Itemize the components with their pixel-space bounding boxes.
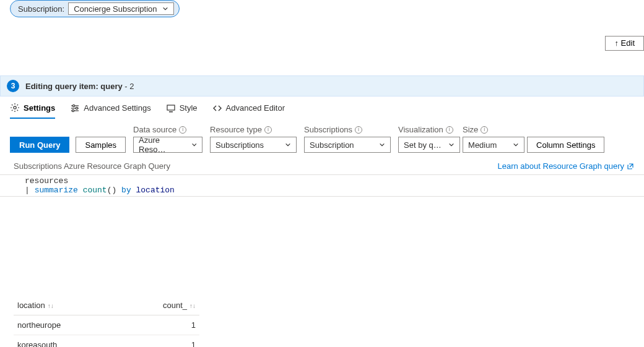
chevron-down-icon — [379, 142, 385, 148]
visualization-label: Visualization i — [398, 125, 455, 134]
chevron-down-icon — [513, 142, 519, 148]
external-link-icon — [627, 163, 634, 170]
tab-style[interactable]: Style — [166, 103, 198, 118]
chevron-down-icon — [191, 142, 197, 148]
column-settings-button[interactable]: Column Settings — [527, 137, 604, 153]
size-label: Size i — [463, 125, 520, 134]
style-icon — [166, 103, 176, 113]
code-line-2: | summarize count() by location — [6, 186, 644, 195]
table-row[interactable]: koreasouth 1 — [14, 335, 199, 348]
sort-icon: ↑↓ — [189, 302, 196, 309]
info-icon[interactable]: i — [264, 126, 272, 134]
col-header-location[interactable]: location↑↓ — [14, 296, 117, 315]
run-query-label: Run Query — [19, 140, 60, 150]
svg-point-0 — [14, 106, 16, 109]
data-source-label: Data source i — [133, 125, 202, 134]
svg-rect-8 — [169, 111, 173, 113]
info-icon[interactable]: i — [355, 126, 362, 134]
run-query-button[interactable]: Run Query — [10, 137, 69, 153]
chevron-down-icon — [285, 142, 291, 148]
resource-type-dropdown[interactable]: Subscriptions — [210, 137, 297, 153]
query-editor[interactable]: resources | summarize count() by locatio… — [0, 174, 644, 197]
cell-count: 1 — [117, 315, 199, 335]
subscriptions-dropdown[interactable]: Subscription — [304, 137, 391, 153]
subscription-select[interactable]: Concierge Subscription — [68, 2, 173, 15]
svg-rect-7 — [167, 105, 175, 110]
tab-advanced-settings-label: Advanced Settings — [84, 103, 150, 113]
tab-advanced-editor-label: Advanced Editor — [226, 103, 285, 113]
size-dropdown[interactable]: Medium — [463, 137, 524, 153]
step-number-badge: 3 — [7, 80, 19, 92]
column-settings-label: Column Settings — [536, 140, 595, 150]
svg-point-4 — [76, 107, 78, 109]
subscriptions-label: Subscriptions i — [304, 125, 391, 134]
tab-settings-label: Settings — [24, 103, 55, 113]
learn-link[interactable]: Learn about Resource Graph query — [497, 161, 634, 171]
cell-count: 1 — [117, 335, 199, 348]
cell-location: koreasouth — [14, 335, 117, 348]
chevron-down-icon — [162, 6, 168, 12]
col-header-count[interactable]: count_↑↓ — [117, 296, 199, 315]
chevron-down-icon — [448, 142, 455, 148]
subscription-selected: Concierge Subscription — [74, 4, 157, 14]
info-icon[interactable]: i — [481, 126, 488, 134]
step-header: 3 Editing query item: query - 2 — [0, 75, 644, 96]
code-line-1: resources — [6, 176, 644, 186]
samples-label: Samples — [85, 140, 116, 150]
edit-button-label: ↑ Edit — [614, 38, 635, 48]
code-icon — [212, 103, 222, 113]
gear-icon — [10, 103, 20, 113]
visualization-dropdown[interactable]: Set by q… — [398, 137, 460, 153]
cell-location: northeurope — [14, 315, 117, 335]
tab-style-label: Style — [180, 103, 198, 113]
subscription-label: Subscription: — [18, 4, 64, 14]
samples-button[interactable]: Samples — [76, 137, 126, 153]
info-icon[interactable]: i — [446, 126, 453, 134]
svg-point-2 — [73, 105, 75, 106]
table-row[interactable]: northeurope 1 — [14, 315, 199, 335]
svg-point-6 — [72, 109, 74, 111]
query-description: Subscriptions Azure Resource Graph Query — [14, 161, 170, 171]
step-title: Editing query item: query - 2 — [25, 82, 134, 91]
sort-icon: ↑↓ — [48, 302, 54, 309]
results-table: location↑↓ count_↑↓ northeurope 1 koreas… — [0, 296, 644, 347]
data-source-dropdown[interactable]: Azure Reso… — [133, 137, 202, 153]
tab-settings[interactable]: Settings — [10, 103, 55, 119]
table-header-row: location↑↓ count_↑↓ — [14, 296, 199, 315]
subscription-filter[interactable]: Subscription: Concierge Subscription — [10, 0, 180, 17]
edit-button[interactable]: ↑ Edit — [605, 36, 644, 51]
info-icon[interactable]: i — [179, 126, 186, 134]
tab-advanced-editor[interactable]: Advanced Editor — [212, 103, 285, 118]
resource-type-label: Resource type i — [210, 125, 297, 134]
query-tabs: Settings Advanced Settings Style Advance… — [0, 96, 644, 118]
sliders-icon — [70, 103, 80, 113]
tab-advanced-settings[interactable]: Advanced Settings — [70, 103, 150, 118]
